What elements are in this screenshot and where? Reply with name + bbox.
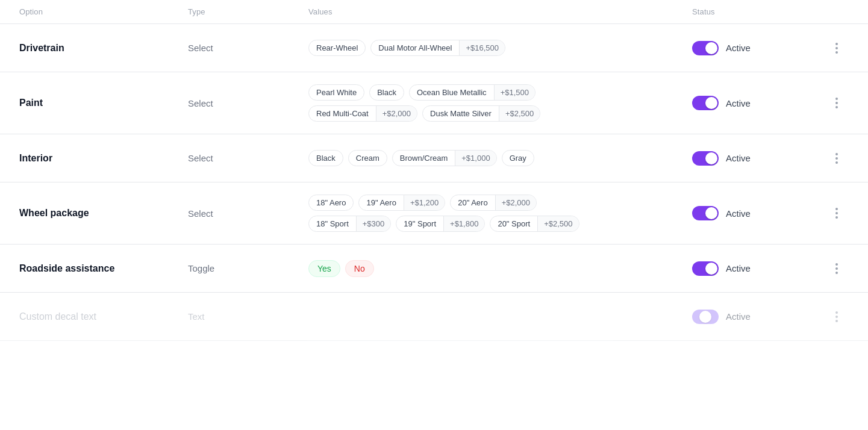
toggle-custom-decal-text[interactable]	[692, 310, 719, 324]
tag-interior-0-0[interactable]: Black	[308, 150, 343, 166]
toggle-knob-wheel-package	[705, 207, 717, 219]
tag-main-text: Rear-Wheel	[309, 40, 365, 55]
tag-main-text: 18" Sport	[309, 216, 356, 231]
more-button-custom-decal-text[interactable]	[825, 309, 849, 325]
toggle-roadside-assistance[interactable]	[692, 261, 719, 276]
tag-drivetrain-0-0[interactable]: Rear-Wheel	[308, 40, 366, 56]
dot	[835, 311, 838, 314]
values-cell-interior: BlackCreamBrown/Cream+$1,000Gray	[308, 150, 692, 166]
dot	[835, 43, 838, 45]
tag-wheel-package-1-1[interactable]: 19" Sport+$1,800	[396, 216, 485, 232]
tag-paint-1-1[interactable]: Dusk Matte Silver+$2,500	[422, 105, 540, 122]
tag-interior-0-1[interactable]: Cream	[348, 150, 387, 166]
tag-wheel-package-1-2[interactable]: 20" Sport+$2,500	[490, 216, 579, 232]
status-cell-paint: Active	[692, 96, 825, 110]
tag-interior-0-2[interactable]: Brown/Cream+$1,000	[392, 150, 497, 166]
values-row-paint-0: Pearl WhiteBlackOcean Blue Metallic+$1,5…	[308, 84, 540, 101]
dot	[835, 98, 838, 100]
tag-price-text: +$2,000	[495, 195, 536, 210]
option-type-wheel-package: Select	[188, 208, 308, 219]
option-name-custom-decal-text: Custom decal text	[19, 311, 188, 322]
toggle-wheel-package[interactable]	[692, 206, 719, 220]
tag-main-text: Ocean Blue Metallic	[410, 85, 494, 100]
status-cell-drivetrain: Active	[692, 41, 825, 55]
tag-main-text: Pearl White	[309, 85, 364, 100]
option-name-drivetrain: Drivetrain	[19, 43, 188, 54]
status-text-interior: Active	[726, 153, 751, 163]
more-button-drivetrain[interactable]	[825, 40, 849, 56]
toggle-knob-interior	[705, 152, 717, 164]
tag-price-text: +$2,500	[537, 216, 578, 231]
more-dots-custom-decal-text	[835, 311, 838, 322]
tag-interior-0-3[interactable]: Gray	[502, 150, 534, 166]
dot	[835, 208, 838, 210]
tag-wheel-package-0-2[interactable]: 20" Aero+$2,000	[450, 195, 537, 211]
tag-main-text: 19" Aero	[359, 195, 403, 210]
tag-main-text: Dusk Matte Silver	[423, 106, 499, 121]
tag-main-text: Red Multi-Coat	[309, 106, 376, 121]
more-button-roadside-assistance[interactable]	[825, 261, 849, 276]
dot	[835, 272, 838, 274]
tag-paint-0-2[interactable]: Ocean Blue Metallic+$1,500	[409, 84, 535, 101]
dot	[835, 212, 838, 214]
status-text-roadside-assistance: Active	[726, 263, 751, 273]
table-row-interior: InteriorSelectBlackCreamBrown/Cream+$1,0…	[0, 134, 868, 182]
dot	[835, 263, 838, 266]
tag-paint-0-1[interactable]: Black	[369, 84, 404, 101]
table-row-wheel-package: Wheel packageSelect18" Aero19" Aero+$1,2…	[0, 182, 868, 245]
tag-main-text: Black	[370, 85, 404, 100]
header-option: Option	[19, 7, 188, 16]
status-text-drivetrain: Active	[726, 43, 751, 53]
tag-price-text: +$16,500	[459, 40, 505, 55]
status-text-custom-decal-text: Active	[726, 311, 751, 322]
more-dots-paint	[835, 98, 838, 108]
tag-wheel-package-0-1[interactable]: 19" Aero+$1,200	[358, 195, 445, 211]
values-wrap-paint: Pearl WhiteBlackOcean Blue Metallic+$1,5…	[308, 84, 540, 122]
more-button-interior[interactable]	[825, 151, 849, 166]
table-row-custom-decal-text: Custom decal textTextActive	[0, 293, 868, 341]
tag-wheel-package-1-0[interactable]: 18" Sport+$300	[308, 216, 391, 232]
tag-main-text: 18" Aero	[309, 195, 353, 210]
dot	[835, 47, 838, 49]
dot	[835, 153, 838, 155]
option-type-roadside-assistance: Toggle	[188, 263, 308, 273]
header-status: Status	[692, 7, 825, 16]
option-name-interior: Interior	[19, 153, 188, 164]
tag-main-text: 20" Sport	[490, 216, 537, 231]
status-cell-custom-decal-text: Active	[692, 310, 825, 324]
values-row-drivetrain-0: Rear-WheelDual Motor All-Wheel+$16,500	[308, 40, 505, 56]
toggle-drivetrain[interactable]	[692, 41, 719, 55]
dot	[835, 102, 838, 104]
tag-paint-1-0[interactable]: Red Multi-Coat+$2,000	[308, 105, 417, 122]
header-actions	[825, 7, 849, 16]
toggle-interior[interactable]	[692, 151, 719, 166]
more-dots-drivetrain	[835, 43, 838, 54]
values-cell-paint: Pearl WhiteBlackOcean Blue Metallic+$1,5…	[308, 84, 692, 122]
table-row-roadside-assistance: Roadside assistanceToggleYesNoActive	[0, 245, 868, 293]
dot	[835, 267, 838, 270]
toggle-knob-drivetrain	[705, 42, 717, 54]
option-name-roadside-assistance: Roadside assistance	[19, 263, 188, 274]
option-name-wheel-package: Wheel package	[19, 208, 188, 219]
table-header: Option Type Values Status	[0, 0, 868, 24]
tag-yes-roadside-assistance[interactable]: Yes	[308, 260, 340, 277]
table-row-drivetrain: DrivetrainSelectRear-WheelDual Motor All…	[0, 24, 868, 72]
status-cell-roadside-assistance: Active	[692, 261, 825, 276]
tag-price-text: +$1,200	[404, 195, 445, 210]
values-row-interior-0: BlackCreamBrown/Cream+$1,000Gray	[308, 150, 534, 166]
more-button-wheel-package[interactable]	[825, 205, 849, 221]
tag-wheel-package-0-0[interactable]: 18" Aero	[308, 195, 354, 211]
values-wrap-wheel-package: 18" Aero19" Aero+$1,20020" Aero+$2,00018…	[308, 195, 579, 232]
option-type-drivetrain: Select	[188, 43, 308, 53]
more-dots-interior	[835, 153, 838, 164]
tag-main-text: Gray	[502, 151, 534, 166]
tag-price-text: +$2,500	[499, 106, 540, 121]
tag-no-roadside-assistance[interactable]: No	[345, 260, 374, 277]
toggle-knob-custom-decal-text	[699, 311, 711, 323]
option-type-paint: Select	[188, 98, 308, 108]
more-button-paint[interactable]	[825, 95, 849, 111]
status-text-paint: Active	[726, 98, 751, 108]
tag-paint-0-0[interactable]: Pearl White	[308, 84, 364, 101]
toggle-paint[interactable]	[692, 96, 719, 110]
tag-drivetrain-0-1[interactable]: Dual Motor All-Wheel+$16,500	[370, 40, 505, 56]
